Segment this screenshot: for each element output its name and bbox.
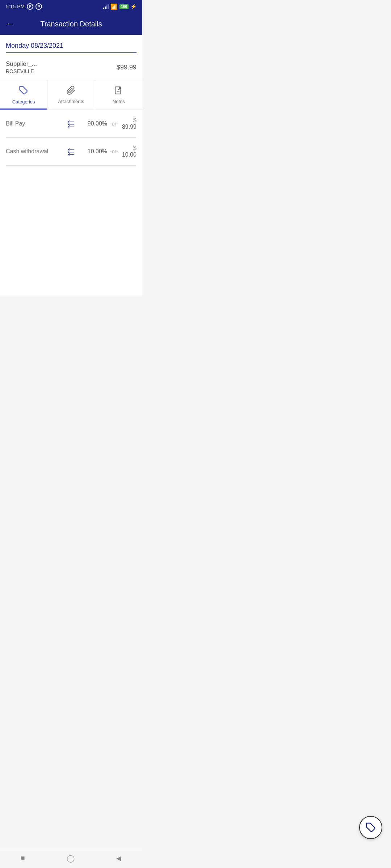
back-button[interactable]: ← bbox=[6, 19, 14, 29]
supplier-location: ROSEVILLE bbox=[6, 68, 37, 74]
category-row-billpay: Bill Pay ⬱ 90.00% -or- $ 89.99 bbox=[6, 110, 136, 138]
status-bar: 5:15 PM P P 📶 100 ⚡ bbox=[0, 0, 142, 13]
category-percent-cash: 10.00% bbox=[78, 148, 107, 155]
category-row-cash: Cash withdrawal ⬱ 10.00% -or- $ 10.00 bbox=[6, 138, 136, 166]
p-icon-1: P bbox=[27, 3, 33, 10]
split-icon-billpay: ⬱ bbox=[64, 120, 78, 128]
main-content: Monday 08/23/2021 Supplier_... ROSEVILLE… bbox=[0, 35, 142, 295]
tab-categories[interactable]: Categories bbox=[0, 80, 47, 110]
category-name-cash: Cash withdrawal bbox=[6, 148, 64, 155]
category-name-billpay: Bill Pay bbox=[6, 120, 64, 127]
transaction-amount: $99.99 bbox=[117, 64, 136, 71]
supplier-name: Supplier_... bbox=[6, 60, 37, 68]
categories-tab-icon bbox=[18, 85, 29, 98]
p-icon-2: P bbox=[35, 3, 42, 10]
page-title: Transaction Details bbox=[20, 20, 123, 28]
tab-attachments[interactable]: Attachments bbox=[47, 80, 95, 110]
tab-notes[interactable]: Notes bbox=[95, 80, 142, 110]
charging-icon: ⚡ bbox=[130, 4, 136, 9]
time-display: 5:15 PM bbox=[6, 4, 25, 9]
status-icons: 📶 100 ⚡ bbox=[103, 3, 136, 10]
or-text-cash: -or- bbox=[110, 149, 118, 154]
supplier-info: Supplier_... ROSEVILLE bbox=[6, 60, 37, 74]
signal-icon bbox=[103, 4, 109, 9]
wifi-icon: 📶 bbox=[110, 3, 118, 10]
category-amount-cash: $ 10.00 bbox=[121, 145, 136, 158]
category-section: Bill Pay ⬱ 90.00% -or- $ 89.99 Cash with… bbox=[0, 110, 142, 166]
attachments-tab-icon bbox=[66, 86, 76, 97]
split-icon-cash: ⬱ bbox=[64, 148, 78, 156]
date-section: Monday 08/23/2021 bbox=[0, 35, 142, 53]
page-header: ← Transaction Details bbox=[0, 13, 142, 35]
categories-tab-label: Categories bbox=[12, 99, 35, 105]
status-time: 5:15 PM P P bbox=[6, 3, 42, 10]
transaction-date: Monday 08/23/2021 bbox=[6, 42, 136, 53]
notes-tab-label: Notes bbox=[113, 99, 125, 104]
category-percent-billpay: 90.00% bbox=[78, 120, 107, 127]
category-amount-billpay: $ 89.99 bbox=[121, 117, 136, 130]
tabs-container: Categories Attachments Notes bbox=[0, 80, 142, 110]
attachments-tab-label: Attachments bbox=[58, 99, 84, 104]
supplier-section: Supplier_... ROSEVILLE $99.99 bbox=[0, 53, 142, 80]
battery-icon: 100 bbox=[119, 4, 129, 9]
notes-tab-icon bbox=[114, 86, 123, 97]
or-text-billpay: -or- bbox=[110, 121, 118, 127]
